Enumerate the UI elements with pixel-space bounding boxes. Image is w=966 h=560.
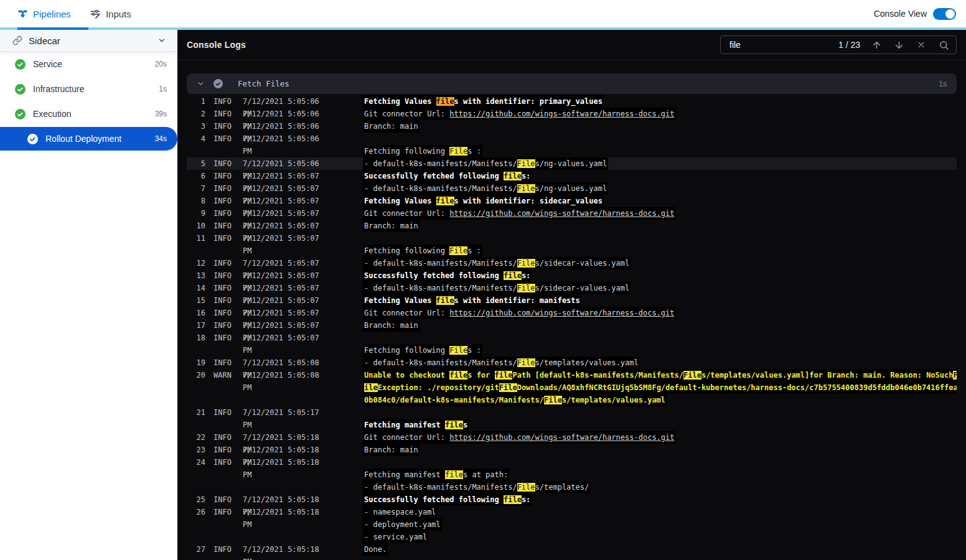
log-row[interactable]: 24INFO7/12/2021 5:05:18 PM bbox=[187, 456, 957, 469]
log-level: INFO bbox=[213, 307, 236, 319]
log-line-number: 6 bbox=[187, 170, 205, 182]
log-link[interactable]: https://github.com/wings-software/harnes… bbox=[449, 110, 674, 118]
log-row[interactable]: 0b084c0/default-k8s-manifests/Manifests/… bbox=[187, 394, 957, 406]
log-line-number: 25 bbox=[187, 493, 205, 506]
next-match-button[interactable] bbox=[891, 40, 906, 50]
prev-match-button[interactable] bbox=[869, 40, 884, 50]
log-level bbox=[213, 518, 236, 531]
log-level: INFO bbox=[213, 232, 236, 245]
search-icon[interactable] bbox=[936, 40, 951, 50]
collapse-chevron-icon[interactable] bbox=[197, 80, 205, 88]
log-link[interactable]: https://github.com/wings-software/harnes… bbox=[449, 209, 674, 218]
log-row[interactable]: 22INFO7/12/2021 5:05:18 PMGit connector … bbox=[187, 431, 957, 444]
log-row[interactable]: 2INFO7/12/2021 5:05:06 PMGit connector U… bbox=[187, 108, 957, 120]
log-message-text: Successfully fetched following files: bbox=[363, 170, 532, 182]
log-row[interactable]: 5INFO7/12/2021 5:05:06 PM- default-k8s-m… bbox=[187, 157, 957, 170]
log-row[interactable]: - deployment.yaml bbox=[187, 518, 957, 531]
log-line-number: 2 bbox=[187, 108, 205, 120]
log-row[interactable]: 25INFO7/12/2021 5:05:18 PMSuccessfully f… bbox=[187, 493, 957, 506]
log-row[interactable]: 27INFO7/12/2021 5:05:18 PMDone. bbox=[187, 543, 957, 556]
search-match-highlight: File bbox=[517, 159, 535, 168]
log-row[interactable]: - service.yaml bbox=[187, 531, 957, 543]
log-row[interactable]: 15INFO7/12/2021 5:05:07 PMFetching Value… bbox=[187, 294, 957, 307]
log-section-header[interactable]: Fetch Files 1s bbox=[187, 73, 957, 94]
log-row[interactable]: Fetching following Files : bbox=[187, 344, 957, 357]
log-row[interactable]: 17INFO7/12/2021 5:05:07 PMBranch: main bbox=[187, 319, 957, 332]
log-message: Fetching manifest files at path: bbox=[363, 469, 957, 481]
log-row[interactable]: 12INFO7/12/2021 5:05:07 PM- default-k8s-… bbox=[187, 257, 957, 269]
log-row[interactable]: 9INFO7/12/2021 5:05:07 PMGit connector U… bbox=[187, 207, 957, 220]
log-text: s with identifier: manifests bbox=[454, 296, 580, 305]
log-level bbox=[213, 419, 236, 431]
search-match-highlight: File bbox=[499, 383, 517, 392]
log-line-number bbox=[187, 481, 205, 493]
log-row[interactable]: 3INFO7/12/2021 5:05:06 PMBranch: main bbox=[187, 120, 957, 133]
log-row[interactable]: 20WARN7/12/2021 5:05:08 PMUnable to chec… bbox=[187, 369, 957, 381]
log-row[interactable]: 8INFO7/12/2021 5:05:07 PMFetching Values… bbox=[187, 195, 957, 207]
log-row[interactable]: Fetching following Files : bbox=[187, 245, 957, 257]
chevron-down-icon[interactable] bbox=[157, 36, 166, 45]
search-match-highlight: file bbox=[445, 421, 463, 429]
log-row[interactable]: 14INFO7/12/2021 5:05:07 PM- default-k8s-… bbox=[187, 282, 957, 294]
log-message-text: - default-k8s-manifests/Manifests/Files/… bbox=[363, 481, 590, 493]
log-row[interactable]: ileException: ./repository/gitFileDownlo… bbox=[187, 381, 957, 394]
log-timestamp: 7/12/2021 5:05:08 PM bbox=[243, 357, 332, 369]
log-row[interactable]: Fetching manifest files at path: bbox=[187, 469, 957, 481]
log-row[interactable]: 1INFO7/12/2021 5:05:06 PMFetching Values… bbox=[187, 95, 957, 108]
log-message-text: Fetching manifest files bbox=[363, 419, 469, 431]
log-message: Git connector Url: https://github.com/wi… bbox=[363, 108, 957, 120]
log-message: Git connector Url: https://github.com/wi… bbox=[363, 207, 957, 220]
step-duration: 1s bbox=[159, 85, 167, 93]
sidebar-item-service[interactable]: Service20s bbox=[0, 52, 177, 77]
log-timestamp bbox=[243, 245, 332, 257]
log-line-number: 3 bbox=[187, 120, 205, 133]
search-match-highlight: F bbox=[953, 371, 957, 380]
log-row[interactable]: - default-k8s-manifests/Manifests/Files/… bbox=[187, 481, 957, 493]
log-row[interactable]: 26INFO7/12/2021 5:05:18 PM- namespace.ya… bbox=[187, 506, 957, 518]
search-match-highlight: file bbox=[445, 470, 463, 479]
log-link[interactable]: https://github.com/wings-software/harnes… bbox=[449, 309, 674, 317]
log-row[interactable]: 7INFO7/12/2021 5:05:07 PM- default-k8s-m… bbox=[187, 182, 957, 195]
log-text: - default-k8s-manifests/Manifests/ bbox=[364, 358, 517, 367]
log-line-number: 15 bbox=[187, 294, 205, 307]
log-rows: 1INFO7/12/2021 5:05:06 PMFetching Values… bbox=[187, 95, 957, 556]
search-input[interactable] bbox=[728, 39, 831, 50]
log-link[interactable]: https://github.com/wings-software/harnes… bbox=[449, 433, 674, 442]
log-row[interactable]: Fetching manifest files bbox=[187, 419, 957, 431]
sidebar-item-execution[interactable]: Execution39s bbox=[0, 101, 177, 126]
tab-inputs[interactable]: Inputs bbox=[90, 0, 131, 27]
log-row[interactable]: 13INFO7/12/2021 5:05:07 PMSuccessfully f… bbox=[187, 269, 957, 282]
log-row[interactable]: 23INFO7/12/2021 5:05:18 PMBranch: main bbox=[187, 444, 957, 456]
sidebar-item-infrastructure[interactable]: Infrastructure1s bbox=[0, 77, 177, 101]
log-level: INFO bbox=[213, 269, 236, 282]
log-text: Fetching manifest bbox=[364, 470, 445, 479]
pipeline-selector[interactable]: Sidecar bbox=[0, 30, 177, 52]
log-message-text: Git connector Url: https://github.com/wi… bbox=[363, 431, 676, 444]
log-row[interactable]: 21INFO7/12/2021 5:05:17 PM bbox=[187, 406, 957, 419]
log-message: Fetching following Files : bbox=[363, 145, 957, 157]
log-message: Branch: main bbox=[363, 319, 957, 332]
log-row[interactable]: 18INFO7/12/2021 5:05:07 PM bbox=[187, 332, 957, 344]
log-row[interactable]: 16INFO7/12/2021 5:05:07 PMGit connector … bbox=[187, 307, 957, 319]
log-row[interactable]: 4INFO7/12/2021 5:05:06 PM bbox=[187, 133, 957, 145]
log-row[interactable]: Fetching following Files : bbox=[187, 145, 957, 157]
log-text: Unable to checkout bbox=[364, 371, 449, 380]
log-text: s: bbox=[522, 271, 530, 280]
log-message-text: Fetching Values files with identifier: s… bbox=[363, 195, 604, 207]
toggle-knob bbox=[945, 9, 955, 19]
close-search-icon[interactable] bbox=[914, 41, 929, 49]
log-row[interactable]: 11INFO7/12/2021 5:05:07 PM bbox=[187, 232, 957, 245]
tab-accent-line bbox=[0, 27, 966, 30]
console-panel: Console Logs 1 / 23 bbox=[177, 30, 966, 560]
log-message-text: Git connector Url: https://github.com/wi… bbox=[363, 307, 676, 319]
log-timestamp bbox=[243, 394, 332, 406]
log-message: - deployment.yaml bbox=[363, 518, 957, 531]
log-row[interactable]: 6INFO7/12/2021 5:05:07 PMSuccessfully fe… bbox=[187, 170, 957, 182]
log-row[interactable]: 10INFO7/12/2021 5:05:07 PMBranch: main bbox=[187, 220, 957, 232]
console-view-toggle[interactable] bbox=[933, 8, 956, 20]
log-timestamp: 7/12/2021 5:05:07 PM bbox=[243, 257, 332, 269]
log-timestamp: 7/12/2021 5:05:06 PM bbox=[243, 133, 332, 145]
sidebar-item-rollout-deployment[interactable]: Rollout Deployment34s bbox=[0, 127, 177, 151]
log-row[interactable]: 19INFO7/12/2021 5:05:08 PM- default-k8s-… bbox=[187, 357, 957, 369]
tab-pipelines[interactable]: Pipelines bbox=[17, 0, 71, 27]
